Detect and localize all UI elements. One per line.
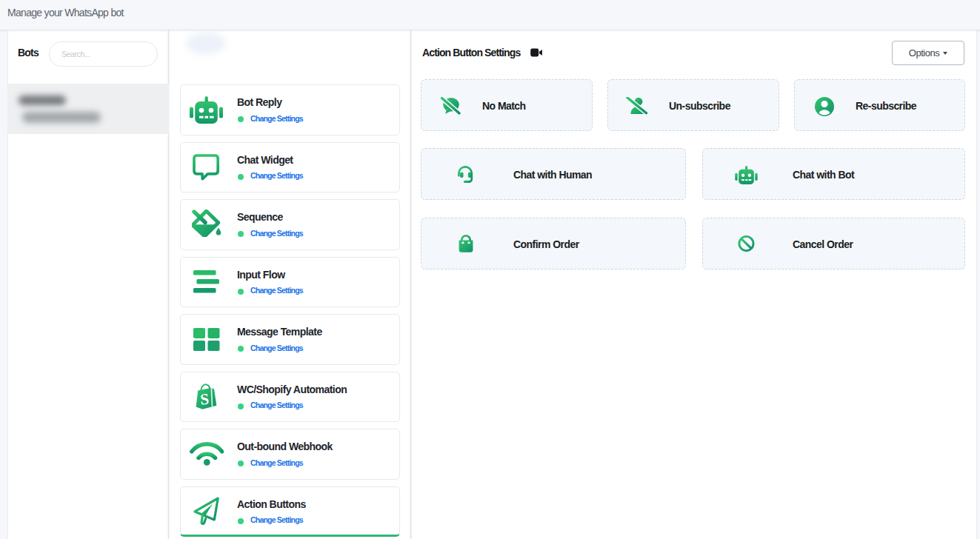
svg-text:S: S — [199, 389, 210, 408]
